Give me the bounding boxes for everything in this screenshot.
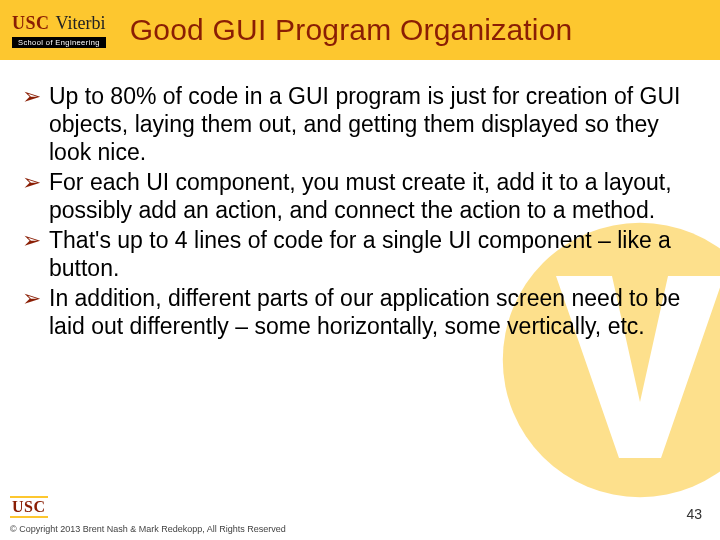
logo-usc-text: USC [12, 13, 50, 34]
copyright-text: © Copyright 2013 Brent Nash & Mark Redek… [10, 524, 706, 534]
slide-title: Good GUI Program Organization [130, 13, 573, 47]
usc-viterbi-logo: USC Viterbi School of Engineering [12, 13, 106, 48]
bullet-item: ➢ In addition, different parts of our ap… [22, 284, 698, 340]
slide-header: USC Viterbi School of Engineering Good G… [0, 0, 720, 60]
bullet-text: In addition, different parts of our appl… [49, 284, 698, 340]
bullet-text: Up to 80% of code in a GUI program is ju… [49, 82, 698, 166]
bullet-item: ➢ For each UI component, you must create… [22, 168, 698, 224]
bullet-text: For each UI component, you must create i… [49, 168, 698, 224]
slide-body: ➢ Up to 80% of code in a GUI program is … [0, 60, 720, 340]
usc-footer-mark: USC [10, 496, 48, 518]
slide-footer: USC © Copyright 2013 Brent Nash & Mark R… [0, 490, 720, 540]
bullet-arrow-icon: ➢ [22, 82, 41, 166]
bullet-item: ➢ That's up to 4 lines of code for a sin… [22, 226, 698, 282]
logo-viterbi-text: Viterbi [56, 13, 106, 34]
bullet-arrow-icon: ➢ [22, 168, 41, 224]
bullet-item: ➢ Up to 80% of code in a GUI program is … [22, 82, 698, 166]
logo-subtitle: School of Engineering [12, 37, 106, 48]
bullet-arrow-icon: ➢ [22, 284, 41, 340]
page-number: 43 [686, 506, 702, 522]
bullet-arrow-icon: ➢ [22, 226, 41, 282]
bullet-text: That's up to 4 lines of code for a singl… [49, 226, 698, 282]
